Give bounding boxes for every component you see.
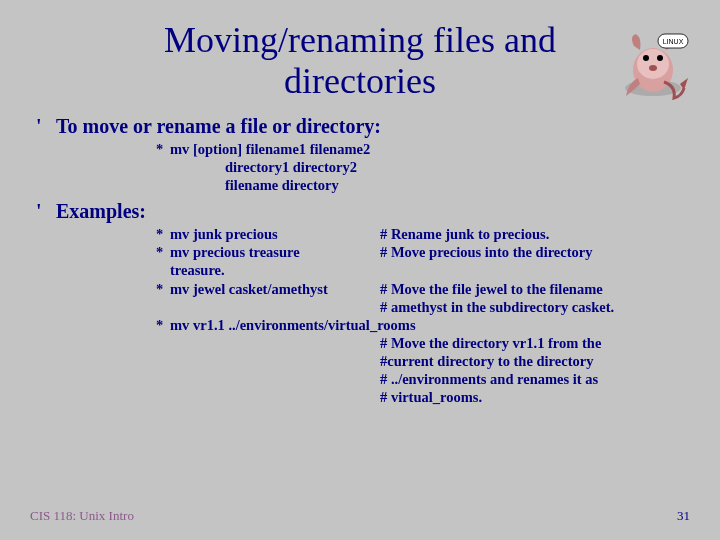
star-bullet: *	[156, 280, 170, 298]
example-cmd: mv vr1.1 ../environments/virtual_rooms	[170, 316, 416, 334]
section-examples: ' Examples: * mv junk precious # Rename …	[36, 200, 690, 406]
star-bullet: *	[156, 316, 170, 334]
footer-course: CIS 118: Unix Intro	[30, 508, 134, 524]
svg-text:LINUX: LINUX	[663, 38, 684, 45]
example-cmd: mv jewel casket/amethyst	[170, 280, 380, 298]
syntax-line-1: mv [option] filename1 filename2	[170, 140, 370, 158]
title-line-2: directories	[284, 61, 436, 101]
title-line-1: Moving/renaming files and	[164, 20, 556, 60]
svg-point-5	[649, 65, 657, 71]
example-comment: # virtual_rooms.	[380, 388, 690, 406]
syntax-line-3: filename directory	[225, 176, 339, 194]
slide-footer: CIS 118: Unix Intro 31	[30, 508, 690, 524]
svg-point-4	[657, 55, 663, 61]
example-comment: # Move the file jewel to the filename	[380, 280, 690, 298]
star-bullet: *	[156, 243, 170, 261]
section-heading-1: To move or rename a file or directory:	[56, 115, 381, 138]
section-syntax: ' To move or rename a file or directory:…	[36, 115, 690, 194]
svg-point-2	[637, 49, 669, 79]
example-comment: # Move precious into the directory	[380, 243, 690, 261]
example-cmd-cont: treasure.	[170, 261, 380, 279]
linux-mascot-icon: LINUX	[614, 28, 692, 106]
footer-page-number: 31	[677, 508, 690, 524]
example-comment: # Move the directory vr1.1 from the	[380, 334, 690, 352]
example-cmd: mv junk precious	[170, 225, 380, 243]
example-comment: #current directory to the directory	[380, 352, 690, 370]
example-comment: # amethyst in the subdirectory casket.	[380, 298, 690, 316]
star-bullet: *	[156, 225, 170, 243]
svg-point-3	[643, 55, 649, 61]
bullet-marker: '	[36, 200, 44, 223]
section-heading-2: Examples:	[56, 200, 146, 223]
syntax-line-2: directory1 directory2	[225, 158, 357, 176]
example-cmd: mv precious treasure	[170, 243, 380, 261]
star-bullet: *	[156, 140, 170, 158]
bullet-marker: '	[36, 115, 44, 138]
slide-title: Moving/renaming files and directories	[30, 20, 690, 103]
example-comment: # ../environments and renames it as	[380, 370, 690, 388]
example-comment: # Rename junk to precious.	[380, 225, 690, 243]
